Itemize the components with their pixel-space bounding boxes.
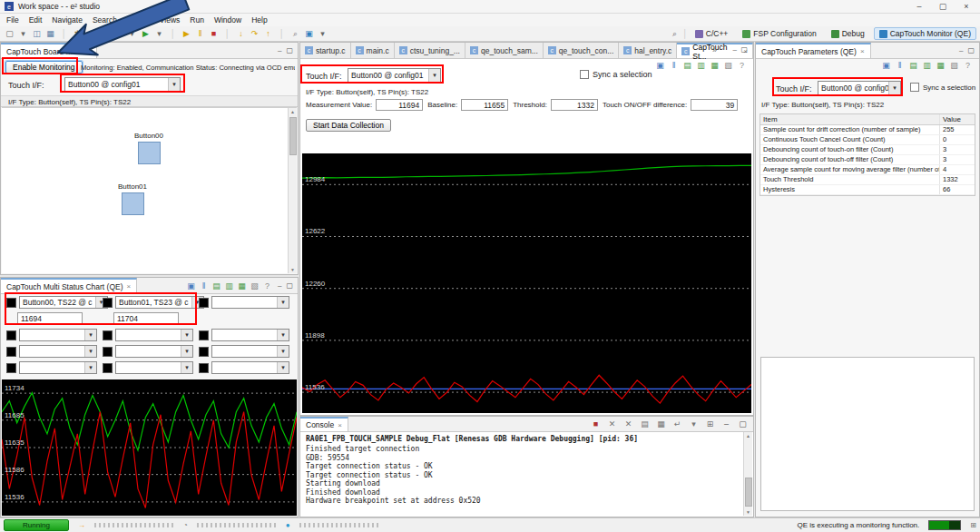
toolbar-icon[interactable]: │ (99, 27, 111, 41)
sync-selection-checkbox[interactable] (580, 70, 589, 79)
toolbar-icon[interactable]: ▶ (181, 27, 192, 41)
maximize-view-icon[interactable]: ▢ (967, 46, 975, 54)
slot-select[interactable]: ▾ (19, 361, 97, 374)
toolbar-icon[interactable]: ↓ (235, 27, 247, 41)
close-icon[interactable]: × (338, 421, 342, 429)
toolbar-icon[interactable]: ▾ (17, 27, 29, 41)
maximize-view-icon[interactable]: ▢ (286, 281, 293, 290)
toolbar-icon[interactable]: ‖ (194, 27, 206, 41)
toolbar-icon[interactable]: ✱ (72, 27, 83, 41)
toolbar-icon[interactable]: │ (221, 27, 233, 41)
tab-multi-status-chart[interactable]: CapTouch Multi Status Chart (QE) × (1, 278, 137, 293)
slot-select[interactable]: ▾ (19, 329, 97, 341)
console-toolbar-icon[interactable]: ✕ (606, 419, 618, 429)
toolbar-icon[interactable]: ▢ (4, 27, 15, 41)
menu-item[interactable]: File (6, 15, 19, 25)
slot-select[interactable]: ▾ (211, 361, 289, 374)
menu-item[interactable]: Search (93, 15, 117, 25)
toolbar-icon[interactable]: ⌕ (289, 27, 301, 41)
minimize-view-icon[interactable]: – (959, 46, 963, 54)
menu-item[interactable]: Window (214, 15, 241, 25)
view-toolbar-icon[interactable]: ▤ (681, 60, 693, 71)
view-toolbar-icon[interactable]: ▣ (880, 60, 892, 71)
menu-item[interactable]: Help (251, 15, 267, 25)
console-toolbar-icon[interactable]: – (720, 419, 732, 429)
minimize-view-icon[interactable]: – (733, 45, 737, 54)
view-toolbar-icon[interactable]: ▤ (907, 60, 919, 71)
view-toolbar-icon[interactable]: ▥ (695, 60, 707, 71)
slot-select[interactable]: ▾ (211, 296, 289, 309)
toolbar-icon[interactable]: ◫ (31, 27, 43, 41)
view-toolbar-icon[interactable]: ? (261, 281, 273, 291)
view-toolbar-icon[interactable]: ▦ (709, 60, 720, 71)
console-toolbar-icon[interactable]: ✕ (622, 419, 634, 429)
view-toolbar-icon[interactable]: ▧ (948, 60, 960, 71)
tab-overflow-icon[interactable]: » (712, 45, 717, 54)
parameter-row[interactable]: Continuous Touch Cancel Count (Count) 0 (760, 135, 975, 145)
editor-tab[interactable]: c qe_touch_sam... × (466, 43, 544, 58)
toolbar-icon[interactable]: │ (58, 27, 70, 41)
toolbar-icon[interactable]: ↑ (262, 27, 274, 41)
editor-tab[interactable]: c hal_entry.c × (619, 43, 677, 58)
perspective-button[interactable]: CapTouch Monitor (QE) (874, 27, 976, 40)
view-toolbar-icon[interactable]: ▣ (185, 281, 197, 291)
close-window-icon[interactable]: × (957, 1, 975, 12)
maximize-view-icon[interactable]: ▢ (740, 45, 748, 54)
parameter-row[interactable]: Hysteresis 66 (760, 185, 975, 195)
close-icon[interactable]: × (127, 282, 132, 291)
console-toolbar-icon[interactable]: ▦ (655, 419, 667, 429)
grid-icon[interactable]: ⊞ (970, 521, 976, 529)
toolbar-icon[interactable]: │ (276, 27, 288, 41)
menu-item[interactable]: Navigate (52, 15, 83, 25)
toolbar-icon[interactable]: ▣ (303, 27, 315, 41)
close-icon[interactable]: × (87, 47, 92, 55)
console-toolbar-icon[interactable]: ▾ (688, 419, 700, 429)
close-icon[interactable]: × (860, 47, 865, 55)
parameter-row[interactable]: Average sample count for moving average … (760, 165, 975, 175)
toolbar-icon[interactable]: ■ (208, 27, 220, 41)
toolbar-icon[interactable]: │ (167, 27, 179, 41)
view-toolbar-icon[interactable]: ‖ (198, 281, 210, 291)
view-toolbar-icon[interactable]: ? (736, 60, 748, 71)
view-toolbar-icon[interactable]: ▦ (935, 60, 946, 71)
console-toolbar-icon[interactable]: ⊞ (704, 419, 716, 429)
slot-select[interactable]: ▾ (115, 345, 193, 358)
view-toolbar-icon[interactable]: ▤ (211, 281, 222, 291)
touch-if-select[interactable]: Button00 @ config01 ▾ (348, 68, 441, 83)
console-toolbar-icon[interactable]: ▤ (639, 419, 651, 429)
console-toolbar-icon[interactable]: ▢ (737, 419, 749, 429)
maximize-window-icon[interactable]: ▢ (934, 1, 952, 12)
perspective-button[interactable]: C/C++ (690, 27, 734, 40)
start-data-collection-button[interactable]: Start Data Collection (306, 119, 391, 132)
perspective-button[interactable]: Debug (826, 27, 870, 40)
view-toolbar-icon[interactable]: ▥ (921, 60, 933, 71)
toolbar-icon[interactable]: ▦ (44, 27, 56, 41)
view-toolbar-icon[interactable]: ▧ (249, 281, 260, 291)
tab-parameters[interactable]: CapTouch Parameters (QE) × (756, 43, 871, 58)
sync-selection-checkbox[interactable] (910, 83, 919, 92)
menu-item[interactable]: Run (190, 15, 204, 25)
enable-monitoring-button[interactable]: Enable Monitoring (5, 61, 83, 74)
view-toolbar-icon[interactable]: ▥ (223, 281, 235, 291)
touch-if-select[interactable]: Button00 @ config01 ▾ (64, 77, 181, 92)
minimize-window-icon[interactable]: – (910, 1, 928, 12)
editor-tab[interactable]: c startup.c × (300, 43, 351, 58)
slot-select[interactable]: ▾ (19, 345, 97, 358)
toolbar-icon[interactable]: ↷ (249, 27, 260, 41)
parameter-row[interactable]: Sample count for drift correction (numbe… (760, 125, 975, 135)
parameter-row[interactable]: Debouncing count of touch-off filter (Co… (760, 155, 975, 165)
parameter-row[interactable]: Debouncing count of touch-on filter (Cou… (760, 145, 975, 155)
view-toolbar-icon[interactable]: ▣ (654, 60, 666, 71)
perspective-button[interactable]: FSP Configuration (737, 27, 821, 40)
slot-select[interactable]: Button00, TS22 @ c ▾ (19, 296, 108, 309)
editor-tab[interactable]: c qe_touch_con... × (544, 43, 620, 58)
tab-board-monitor[interactable]: CapTouch Board Mo... × (1, 43, 97, 58)
slot-select[interactable]: ▾ (115, 361, 193, 374)
minimize-view-icon[interactable]: – (278, 281, 281, 290)
minimize-view-icon[interactable]: – (278, 46, 281, 54)
toolbar-icon[interactable]: ▾ (153, 27, 165, 41)
toolbar-icon[interactable]: ▾ (126, 27, 138, 41)
view-toolbar-icon[interactable]: ‖ (668, 60, 680, 71)
view-toolbar-icon[interactable]: ▧ (722, 60, 734, 71)
search-icon[interactable]: ⌕ (669, 27, 681, 41)
